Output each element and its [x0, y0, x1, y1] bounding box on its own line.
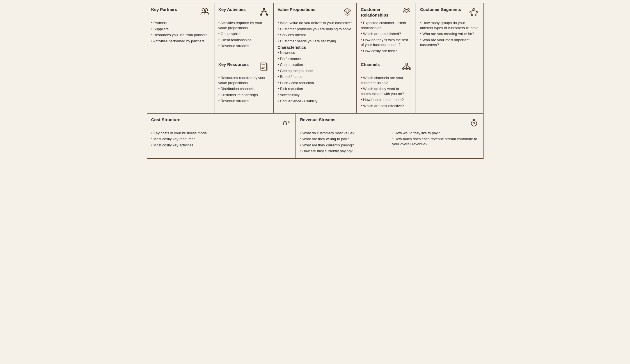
list-item: Partners	[151, 20, 210, 26]
revenue-list-1: What do customers most value? What are t…	[300, 131, 387, 154]
list-item: Which are cost effective?	[361, 103, 412, 109]
list-item: Resources required by your value proposi…	[218, 75, 269, 85]
list-item: Expected customer - client relationships	[361, 20, 412, 30]
customer-relationships-cell: Customer Relationships	[357, 3, 416, 58]
customer-segments-list: How many groups do your different types …	[420, 20, 479, 47]
list-item: How do they fit with the rest of your bu…	[361, 38, 412, 47]
key-resources-cell: Key Resources	[214, 58, 273, 113]
bottom-row: Cost Structure $	[147, 114, 483, 158]
list-item: How would they like to pay?	[392, 131, 479, 136]
list-item: Performance	[278, 56, 352, 61]
list-item: Revenue streams	[218, 98, 269, 103]
channels-cell: Channels	[357, 58, 416, 113]
channels-header: Channels	[361, 62, 412, 73]
list-item: What do customers most value?	[300, 131, 387, 136]
characteristics-list: Newness Performance Customisation Gettin…	[278, 50, 352, 103]
list-item: How costly are they?	[361, 49, 412, 54]
svg-line-23	[347, 8, 350, 11]
value-propositions-icon	[342, 7, 352, 18]
list-item: Customisation	[278, 62, 352, 67]
cost-structure-cell: Cost Structure $	[147, 114, 296, 158]
svg-point-7	[260, 14, 262, 16]
channels-icon	[402, 62, 412, 73]
list-item: Revenue streams	[218, 43, 269, 49]
list-item: Risk reduction	[278, 86, 352, 91]
customer-segments-header: Customer Segments	[420, 7, 479, 18]
list-item: Which are established?	[361, 31, 412, 36]
list-item: How many groups do your different types …	[420, 20, 479, 30]
revenue-content: What do customers most value? What are t…	[300, 131, 479, 155]
list-item: Getting the job done	[278, 68, 352, 73]
top-row: Key Partners Partners Suppliers Resource…	[147, 3, 483, 114]
list-item: Accessibility	[278, 93, 352, 98]
partners-icon	[200, 7, 210, 18]
key-resources-list: Resources required by your value proposi…	[218, 75, 269, 103]
customer-relationships-title: Customer Relationships	[361, 7, 400, 18]
svg-text:$: $	[473, 121, 475, 125]
value-propositions-list: What value do you deliver to your custom…	[278, 20, 352, 43]
cost-structure-list: Key costs in your business model Most co…	[151, 131, 292, 148]
list-item: Resources you use from partners	[151, 33, 210, 38]
list-item: Geographies	[218, 31, 269, 36]
svg-line-44	[475, 10, 477, 11]
list-item: Customer problems you are helping to sol…	[278, 27, 352, 32]
cost-icon: $	[281, 117, 292, 128]
list-item: Customer needs you are satisfying	[278, 39, 352, 44]
business-model-canvas: Key Partners Partners Suppliers Resource…	[147, 3, 484, 159]
svg-line-34	[407, 65, 410, 68]
list-item: Which channels are your customer using?	[361, 75, 412, 85]
list-item: Activities required by your value propos…	[218, 20, 269, 30]
revenue-list-2: How would they like to pay? How much doe…	[392, 131, 479, 147]
list-item: How much does each revenue stream contri…	[392, 137, 479, 146]
svg-point-8	[267, 14, 268, 16]
svg-point-41	[471, 14, 473, 16]
svg-point-38	[473, 8, 475, 10]
channels-list: Which channels are your customer using? …	[361, 75, 412, 108]
svg-point-27	[407, 9, 409, 11]
customer-relationships-list: Expected customer - client relationships…	[361, 20, 412, 53]
key-partners-list: Partners Suppliers Resources you use fro…	[151, 20, 210, 43]
list-item: Who are your most important customers?	[420, 38, 479, 47]
list-item: How are they currently paying?	[300, 149, 387, 154]
svg-line-45	[471, 13, 472, 14]
value-propositions-header: Value Propositions	[278, 7, 352, 18]
list-item: Services offered	[278, 33, 352, 38]
key-activities-title: Key Activities	[218, 7, 246, 12]
revenue-icon: $	[469, 117, 479, 128]
revenue-col-1: What do customers most value? What are t…	[300, 131, 387, 155]
svg-line-43	[471, 10, 473, 11]
cr-channels-wrap: Customer Relationships	[357, 3, 416, 113]
svg-point-29	[406, 63, 408, 65]
svg-point-26	[404, 9, 406, 11]
svg-point-47	[283, 123, 284, 125]
cost-structure-title: Cost Structure	[151, 117, 180, 123]
list-item: Activities performed by partners	[151, 39, 210, 44]
svg-line-33	[404, 65, 407, 68]
list-item: Brand / status	[278, 74, 352, 79]
svg-point-0	[202, 8, 205, 11]
activities-resources-wrap: Key Activities Activities required	[214, 3, 274, 113]
key-activities-list: Activities required by your value propos…	[218, 20, 269, 49]
svg-line-46	[476, 13, 476, 14]
revenue-streams-header: Revenue Streams $	[300, 117, 479, 128]
list-item: Which do they want to communicate with y…	[361, 86, 412, 96]
svg-point-9	[264, 8, 265, 10]
list-item: Customer relationships	[218, 93, 269, 98]
svg-point-50	[286, 121, 287, 122]
list-item: Convenience / usability	[278, 99, 352, 104]
svg-point-1	[205, 8, 208, 11]
key-resources-title: Key Resources	[218, 62, 249, 67]
list-item: Most costly key resources	[151, 137, 292, 142]
characteristics-subtitle: Characteristics	[278, 45, 352, 50]
key-resources-header: Key Resources	[218, 62, 269, 73]
value-propositions-title: Value Propositions	[278, 7, 315, 12]
key-partners-title: Key Partners	[151, 7, 177, 12]
list-item: How best to reach them?	[361, 97, 412, 102]
customer-segments-cell: Customer Segments How	[416, 3, 483, 113]
list-item: What value do you deliver to your custom…	[278, 20, 352, 26]
segments-icon	[469, 7, 479, 18]
list-item: Key costs in your business model	[151, 131, 292, 136]
revenue-col-2: How would they like to pay? How much doe…	[392, 131, 479, 155]
key-activities-cell: Key Activities Activities required	[214, 3, 273, 58]
svg-rect-15	[260, 63, 267, 70]
